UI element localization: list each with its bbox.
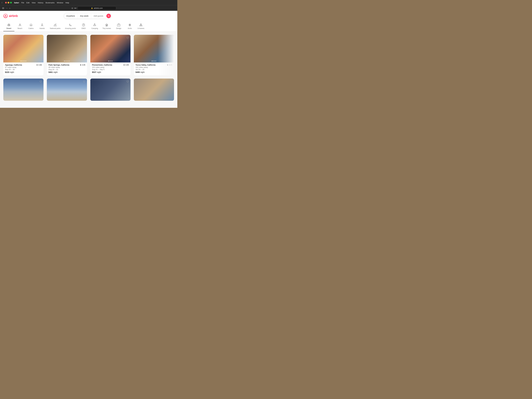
listing-price-1: $220 night [5,71,42,73]
sidebar-toggle[interactable]: ⊟ [2,6,5,10]
privacy-icon: ⊙ [71,7,73,9]
wishlist-btn-6[interactable]: ♡ [83,80,85,83]
nav-arrows: ‹ › [6,7,11,10]
star-icon-1: ★ [36,64,38,66]
category-cabins[interactable]: Cabins [25,22,37,31]
listing-card-2[interactable]: ♡ Palm Springs, California ★ 4. [47,35,87,75]
rating-value-2: 4.95 [82,64,85,66]
listing-photo-2 [47,35,87,63]
menu-window[interactable]: Window [57,2,63,4]
listing-card-3[interactable]: ♡ Pioneertown, California ★ 4.95 [90,35,131,75]
dot [108,61,109,61]
dot [22,61,23,61]
category-desert-label: Desert [6,27,11,29]
listing-card-5[interactable]: ♡ [3,79,44,101]
listing-location-4: Yucca Valley, California [135,64,155,66]
listing-card-4[interactable]: ♡ Yucca Valley, California ★ 4.95 [134,35,174,75]
category-a-frames[interactable]: A-frames [135,22,146,31]
menu-file[interactable]: File [21,2,24,4]
listing-photo-1 [3,35,44,63]
menu-safari[interactable]: Safari [14,2,19,4]
listing-photo-6: ♡ [47,79,87,101]
share-icon[interactable]: ••• [74,7,76,9]
dot [152,61,152,61]
back-button[interactable]: ‹ [6,7,8,10]
listing-location-2: Palm Springs, California [49,64,69,66]
category-tiny-homes[interactable]: Tiny homes [100,22,113,31]
dot [109,61,110,61]
listing-rating-3: ★ 4.95 [123,64,129,66]
fullscreen-button[interactable] [10,2,12,3]
menu-view[interactable]: View [32,2,36,4]
category-arctic[interactable]: Arctic [124,22,135,31]
search-bar[interactable]: Anywhere Any week Add guests [64,13,112,19]
category-design[interactable]: Design [113,22,124,31]
dot [67,61,67,61]
listing-image-3: ♡ [90,35,131,63]
svg-point-6 [70,24,70,25]
anywhere-pill[interactable]: Anywhere [64,13,78,19]
listing-rating-2: ★ 4.95 [80,64,85,66]
cabins-icon [29,23,33,27]
listing-dates-3: Aug 31 – Sep 5 [92,69,129,70]
wishlist-btn-1[interactable]: ♡ [39,36,42,40]
category-desert[interactable]: Desert [3,22,14,31]
dot [154,61,155,61]
beach-icon [18,23,22,27]
category-amazing-pools[interactable]: Amazing pools [63,22,78,31]
image-dots-2 [64,61,70,61]
menu-bookmarks[interactable]: Bookmarks [46,2,55,4]
search-button[interactable] [106,14,111,18]
menu-help[interactable]: Help [65,2,69,4]
listing-rating-1: ★ 4.96 [36,64,42,66]
any-week-pill[interactable]: Any week [78,13,91,19]
airbnb-logo-text[interactable]: airbnb [9,14,18,18]
listing-info-2: Palm Springs, California ★ 4.95 95 miles… [47,63,87,75]
listing-card-6[interactable]: ♡ [47,79,87,101]
category-a-frames-label: A-frames [138,27,144,29]
add-guests-pill[interactable]: Add guests [91,13,106,19]
islands-icon [40,23,44,27]
menu-history[interactable]: History [38,2,43,4]
rating-value-4: 4.95 [169,64,172,66]
close-button[interactable] [5,2,7,3]
listing-location-1: Aguanga, California [5,64,22,66]
listing-distance-2: 95 miles away [49,66,85,68]
airbnb-logo-icon[interactable] [3,14,8,18]
wishlist-btn-8[interactable]: ♡ [170,80,172,83]
listing-price-2: $461 night [49,71,85,73]
category-amazing-pools-label: Amazing pools [65,27,76,29]
desert-icon [7,23,11,27]
category-omg[interactable]: OMG! [78,22,89,31]
listing-card-8[interactable]: ♡ [134,79,174,101]
amazing-pools-icon [69,23,72,27]
listing-info-4: Yucca Valley, California ★ 4.95 101 mile… [134,63,174,75]
svg-point-8 [83,26,84,26]
category-national-parks[interactable]: National parks [48,22,63,31]
category-beach[interactable]: Beach [14,22,25,31]
wishlist-btn-3[interactable]: ♡ [126,36,129,40]
title-bar:  Safari File Edit View History Bookmark… [0,0,177,5]
category-islands[interactable]: Islands [37,22,48,31]
wishlist-btn-4[interactable]: ♡ [170,36,172,40]
listing-photo-5: ♡ [3,79,44,101]
url-bar[interactable]: 🔒 airbnb.com [77,6,116,10]
listing-card-7[interactable]: ♡ [90,79,131,101]
listing-title-row-4: Yucca Valley, California ★ 4.95 [135,64,172,66]
svg-point-5 [56,24,56,24]
minimize-button[interactable] [8,2,9,3]
listing-distance-1: 87 miles away [5,66,42,68]
wishlist-btn-2[interactable]: ♡ [83,36,85,40]
forward-button[interactable]: › [9,7,11,10]
listing-card-1[interactable]: ♡ Aguanga, California ★ 4.96 [3,35,44,75]
svg-rect-12 [107,25,107,25]
wishlist-btn-7[interactable]: ♡ [126,80,129,83]
svg-point-2 [19,24,20,25]
listing-dates-2: Aug 16 – 21 [49,69,85,70]
category-arctic-label: Arctic [128,27,132,29]
address-bar-area: ⊙ ••• 🔒 airbnb.com [12,6,176,10]
wishlist-btn-5[interactable]: ♡ [39,80,42,83]
menu-edit[interactable]: Edit [26,2,29,4]
image-dots-1 [21,61,26,61]
category-camping[interactable]: Camping [89,22,100,31]
